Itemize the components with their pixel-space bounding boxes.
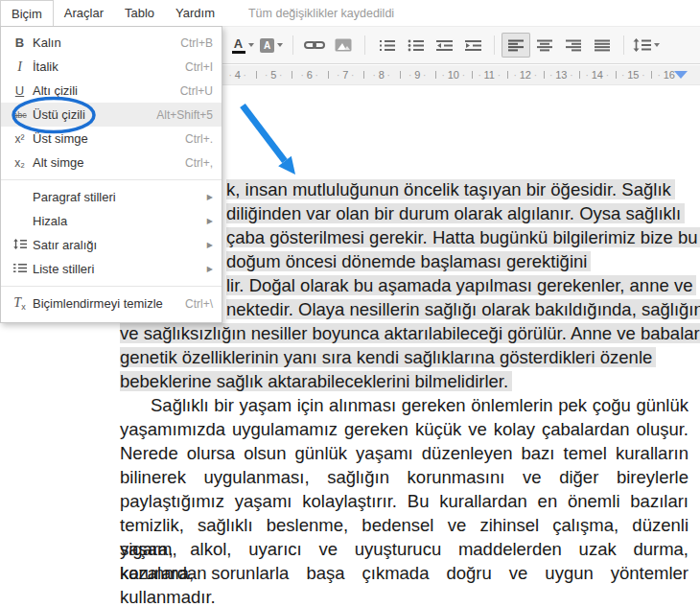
menu-separator xyxy=(1,179,222,180)
insert-image-button[interactable] xyxy=(329,33,358,58)
menu-item-bold[interactable]: B Kalın Ctrl+B xyxy=(1,31,222,55)
menu-item-subscript[interactable]: x₂ Alt simge Ctrl+, xyxy=(1,151,222,175)
selected-text-line: k, insan mutluluğunun öncelik taşıyan bi… xyxy=(226,179,675,199)
menu-item-clear-formatting[interactable]: Tx Biçimlendirmeyi temizle Ctrl+\ xyxy=(1,292,222,315)
menu-item-superscript[interactable]: x² Üst simge Ctrl+. xyxy=(1,127,222,151)
text-line: yaşamımızda uygulamamız gereken küçük ve… xyxy=(120,417,688,441)
selected-text-line: bebeklerine sağlık aktarabileceklerini b… xyxy=(120,371,512,391)
selected-text-line: lir. Doğal olarak bu aşamada yapılması g… xyxy=(226,275,696,295)
justify-icon xyxy=(595,39,610,52)
paragraph-1-fragments: k, insan mutluluğunun öncelik taşıyan bi… xyxy=(226,177,700,321)
strikethrough-icon: abc xyxy=(7,110,33,120)
increase-indent-icon xyxy=(465,39,481,52)
numbered-list-icon xyxy=(379,39,395,52)
underline-icon: U xyxy=(7,83,33,98)
paragraph-1-lines: ve sağlıksızlığın nesiller boyunca aktar… xyxy=(120,321,700,393)
text-line: paylaştığımız yaşamı kolaylaştırır. Bu k… xyxy=(120,489,688,513)
align-center-icon xyxy=(537,39,552,52)
app-window: Biçim Araçlar Tablo Yardım Tüm değişikli… xyxy=(0,0,700,607)
highlight-color-icon: A xyxy=(260,38,274,53)
image-icon xyxy=(335,38,352,52)
ruler-number: 12 xyxy=(514,69,537,81)
toolbar-separator xyxy=(292,35,293,55)
ruler-number: 11 xyxy=(478,69,501,81)
insert-link-button[interactable] xyxy=(300,33,329,58)
ruler-number: 15 xyxy=(621,69,644,81)
text-line: sigara, alkol, uyarıcı ve uyuşturucu mad… xyxy=(120,537,688,561)
text-line: korunma, sorunlarla başa çıkmada doğru v… xyxy=(120,561,688,585)
list-styles-icon xyxy=(7,262,33,276)
toolbar-separator xyxy=(364,35,365,55)
menu-item-line-spacing[interactable]: Satır aralığı xyxy=(1,233,222,257)
menu-item-align[interactable]: Hizala xyxy=(1,209,222,233)
right-indent-marker[interactable] xyxy=(674,71,688,79)
text-line: temizlik, sağlıklı beslenme, bedensel ve… xyxy=(120,513,688,537)
menubar: Biçim Araçlar Tablo Yardım Tüm değişikli… xyxy=(0,0,700,26)
subscript-icon: x₂ xyxy=(7,156,33,170)
decrease-indent-icon xyxy=(436,39,453,52)
text-line: Nerede olursa olsun günlük yaşamı düzenl… xyxy=(120,441,688,465)
chevron-down-icon xyxy=(277,43,283,47)
menu-item-paragraph-styles[interactable]: Paragraf stilleri xyxy=(1,185,222,209)
menu-item-strikethrough[interactable]: abc Üstü çizili Alt+Shift+5 xyxy=(1,103,222,127)
clear-formatting-icon: Tx xyxy=(7,295,33,312)
increase-indent-button[interactable] xyxy=(458,33,487,58)
chevron-down-icon xyxy=(654,43,660,47)
link-icon xyxy=(304,39,325,51)
menu-help[interactable]: Yardım xyxy=(165,0,225,26)
italic-icon: I xyxy=(7,59,33,75)
line-spacing-icon xyxy=(7,238,33,252)
menu-item-italic[interactable]: I İtalik Ctrl+I xyxy=(1,55,222,79)
selected-text-line: ve sağlıksızlığın nesiller boyunca aktar… xyxy=(120,323,700,343)
selected-text-line: doğum öncesi dönemde başlaması gerektiği… xyxy=(226,251,591,271)
ruler-number: 14 xyxy=(586,69,609,81)
ruler-number: 8 xyxy=(373,69,390,81)
text-line: bilinerek uygulanması, sağlığın korunmas… xyxy=(120,465,688,489)
align-right-icon xyxy=(566,39,581,52)
submenu-arrow-icon xyxy=(207,241,213,249)
ruler-number: 5 xyxy=(265,69,282,81)
bulleted-list-icon xyxy=(408,39,424,52)
bold-icon: B xyxy=(7,35,33,50)
menu-item-underline[interactable]: U Altı çizili Ctrl+U xyxy=(1,79,222,103)
ruler-number: 13 xyxy=(549,69,572,81)
decrease-indent-button[interactable] xyxy=(430,33,458,58)
selected-text-line: diliğinden var olan bir durum olarak alg… xyxy=(226,203,685,223)
ruler-number: 10 xyxy=(442,69,465,81)
highlight-color-button[interactable]: A xyxy=(257,33,286,58)
text-color-icon: A xyxy=(232,37,245,54)
format-menu-panel: B Kalın Ctrl+B I İtalik Ctrl+I U Altı çi… xyxy=(0,26,222,323)
align-center-button[interactable] xyxy=(530,33,559,58)
chevron-down-icon xyxy=(248,43,254,47)
text-line: Sağlıklı bir yaşam için alınması gereken… xyxy=(120,393,688,417)
ruler-number: 6 xyxy=(301,69,318,81)
selected-text-line: çaba gösterilmesi gerekir. Hatta bugünkü… xyxy=(226,227,700,247)
justify-button[interactable] xyxy=(588,33,617,58)
line-spacing-icon xyxy=(633,38,651,52)
menu-table[interactable]: Tablo xyxy=(114,0,165,26)
menu-format[interactable]: Biçim xyxy=(0,0,54,26)
align-right-button[interactable] xyxy=(559,33,588,58)
menu-separator xyxy=(1,286,222,287)
submenu-arrow-icon xyxy=(207,217,213,225)
align-left-icon xyxy=(508,39,524,52)
align-left-button[interactable] xyxy=(502,33,530,58)
selected-text-line: genetik özelliklerinin yanı sıra kendi s… xyxy=(120,347,656,367)
menu-item-list-styles[interactable]: Liste stilleri xyxy=(1,257,222,281)
toolbar-separator xyxy=(494,35,495,55)
text-color-button[interactable]: A xyxy=(228,33,257,58)
ruler-number: 4 xyxy=(229,69,246,81)
save-status: Tüm değişiklikler kaydedildi xyxy=(248,7,394,20)
numbered-list-button[interactable] xyxy=(372,33,401,58)
ruler-number: 7 xyxy=(337,69,354,81)
superscript-icon: x² xyxy=(7,132,33,146)
line-spacing-button[interactable] xyxy=(631,33,662,58)
text-line: kullanmadır. xyxy=(120,585,688,607)
ruler-scale: 4 5 6 7 8 9 10 11 12 13 14 15 16 xyxy=(220,65,688,84)
bulleted-list-button[interactable] xyxy=(401,33,430,58)
toolbar-separator xyxy=(623,35,624,55)
paragraph-2: Sağlıklı bir yaşam için alınması gereken… xyxy=(120,393,688,607)
menu-tools[interactable]: Araçlar xyxy=(54,0,114,26)
ruler-number: 9 xyxy=(408,69,426,81)
submenu-arrow-icon xyxy=(207,265,213,273)
